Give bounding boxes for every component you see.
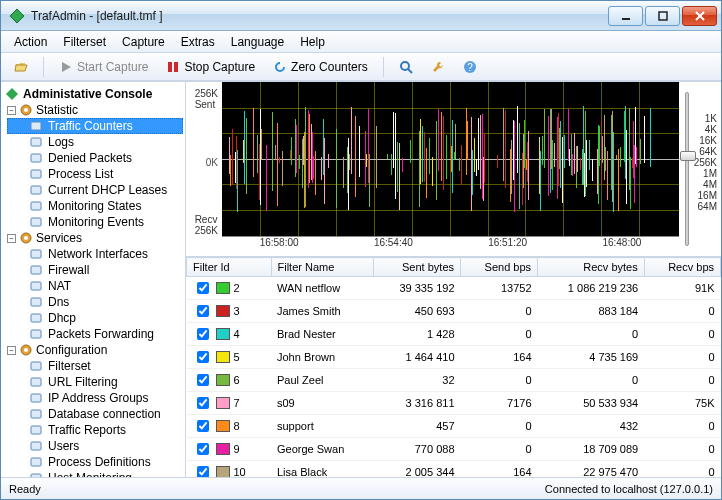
row-checkbox[interactable] xyxy=(197,305,209,317)
tree-group-services[interactable]: − Services xyxy=(7,230,183,246)
slider-thumb[interactable] xyxy=(680,151,696,161)
col-header[interactable]: Recv bytes xyxy=(538,258,645,277)
menu-help[interactable]: Help xyxy=(293,33,332,51)
tree-item-host-monitoring[interactable]: Host Monitoring xyxy=(7,470,183,477)
menu-extras[interactable]: Extras xyxy=(174,33,222,51)
gear-icon xyxy=(19,231,33,245)
tree-item-filterset[interactable]: Filterset xyxy=(7,358,183,374)
tree-item-url-filtering[interactable]: URL Filtering xyxy=(7,374,183,390)
item-icon xyxy=(29,167,43,181)
help-button[interactable]: ? xyxy=(456,57,484,77)
menu-action[interactable]: Action xyxy=(7,33,54,51)
table-row[interactable]: 4 Brad Nester 1 428 0 0 0 xyxy=(187,323,721,346)
svg-rect-24 xyxy=(31,250,41,258)
start-capture-label: Start Capture xyxy=(77,60,148,74)
table-row[interactable]: 9 George Swan 770 088 0 18 709 089 0 xyxy=(187,438,721,461)
row-checkbox[interactable] xyxy=(197,397,209,409)
col-header[interactable]: Recv bps xyxy=(644,258,720,277)
table-row[interactable]: 5 John Brown 1 464 410 164 4 735 169 0 xyxy=(187,346,721,369)
start-capture-button[interactable]: Start Capture xyxy=(52,57,155,77)
tree-item-process-definitions[interactable]: Process Definitions xyxy=(7,454,183,470)
svg-rect-20 xyxy=(31,202,41,210)
tree-group-statistic[interactable]: − Statistic xyxy=(7,102,183,118)
toolbar-separator xyxy=(383,57,384,77)
maximize-button[interactable] xyxy=(645,6,680,26)
color-swatch xyxy=(216,305,230,317)
traffic-chart: 256KSent 0K Recv256K 16:58:00 16:54:40 1… xyxy=(186,82,721,257)
menu-filterset[interactable]: Filterset xyxy=(56,33,113,51)
row-checkbox[interactable] xyxy=(197,351,209,363)
tree-group-configuration[interactable]: − Configuration xyxy=(7,342,183,358)
row-checkbox[interactable] xyxy=(197,328,209,340)
collapse-icon[interactable]: − xyxy=(7,234,16,243)
table-row[interactable]: 2 WAN netflow 39 335 192 13752 1 086 219… xyxy=(187,277,721,300)
svg-marker-5 xyxy=(62,62,71,72)
wrench-icon xyxy=(431,60,445,74)
tree-item-packets-forwarding[interactable]: Packets Forwarding xyxy=(7,326,183,342)
search-button[interactable] xyxy=(392,57,420,77)
svg-line-9 xyxy=(408,69,412,73)
svg-point-23 xyxy=(24,236,28,240)
pause-icon xyxy=(166,60,180,74)
menu-language[interactable]: Language xyxy=(224,33,291,51)
collapse-icon[interactable]: − xyxy=(7,346,16,355)
tree-root[interactable]: Administative Console xyxy=(3,86,183,102)
stop-capture-button[interactable]: Stop Capture xyxy=(159,57,262,77)
svg-rect-6 xyxy=(168,62,172,72)
tree-item-users[interactable]: Users xyxy=(7,438,183,454)
col-header[interactable]: Send bps xyxy=(461,258,538,277)
tree-item-dns[interactable]: Dns xyxy=(7,294,183,310)
tree-item-ip-address-groups[interactable]: IP Address Groups xyxy=(7,390,183,406)
svg-rect-37 xyxy=(31,442,41,450)
row-checkbox[interactable] xyxy=(197,443,209,455)
content-pane: 256KSent 0K Recv256K 16:58:00 16:54:40 1… xyxy=(186,82,721,477)
tree-root-label: Administative Console xyxy=(23,87,152,101)
tree-item-database-connection[interactable]: Database connection xyxy=(7,406,183,422)
tree-item-process-list[interactable]: Process List xyxy=(7,166,183,182)
gear-icon xyxy=(19,103,33,117)
counters-table: Filter IdFilter NameSent bytesSend bpsRe… xyxy=(186,257,721,477)
tree-item-monitoring-states[interactable]: Monitoring States xyxy=(7,198,183,214)
col-header[interactable]: Filter Id xyxy=(187,258,272,277)
col-header[interactable]: Filter Name xyxy=(271,258,374,277)
tree-item-logs[interactable]: Logs xyxy=(7,134,183,150)
chart-x-axis: 16:58:00 16:54:40 16:51:20 16:48:00 xyxy=(222,236,679,256)
zero-counters-button[interactable]: Zero Counters xyxy=(266,57,375,77)
item-icon xyxy=(29,279,43,293)
chart-scale-slider[interactable] xyxy=(679,82,695,256)
open-button[interactable] xyxy=(7,57,35,77)
color-swatch xyxy=(216,397,230,409)
tree-item-denied-packets[interactable]: Denied Packets xyxy=(7,150,183,166)
row-checkbox[interactable] xyxy=(197,466,209,477)
table-row[interactable]: 7 s09 3 316 811 7176 50 533 934 75K xyxy=(187,392,721,415)
table-row[interactable]: 10 Lisa Black 2 005 344 164 22 975 470 0 xyxy=(187,461,721,478)
menu-capture[interactable]: Capture xyxy=(115,33,172,51)
tree-item-traffic-reports[interactable]: Traffic Reports xyxy=(7,422,183,438)
chart-canvas[interactable] xyxy=(222,82,679,236)
color-swatch xyxy=(216,374,230,386)
table-row[interactable]: 6 Paul Zeel 32 0 0 0 xyxy=(187,369,721,392)
tree-item-nat[interactable]: NAT xyxy=(7,278,183,294)
tree-item-network-interfaces[interactable]: Network Interfaces xyxy=(7,246,183,262)
table-row[interactable]: 3 James Smith 450 693 0 883 184 0 xyxy=(187,300,721,323)
folder-open-icon xyxy=(14,60,28,74)
row-checkbox[interactable] xyxy=(197,374,209,386)
row-checkbox[interactable] xyxy=(197,420,209,432)
tree-item-traffic-counters[interactable]: Traffic Counters xyxy=(7,118,183,134)
tree-item-monitoring-events[interactable]: Monitoring Events xyxy=(7,214,183,230)
table-row[interactable]: 8 support 457 0 432 0 xyxy=(187,415,721,438)
item-icon xyxy=(29,407,43,421)
item-icon xyxy=(29,455,43,469)
tree-item-current-dhcp-leases[interactable]: Current DHCP Leases xyxy=(7,182,183,198)
window-title: TrafAdmin - [default.tmf ] xyxy=(31,9,608,23)
collapse-icon[interactable]: − xyxy=(7,106,16,115)
close-button[interactable] xyxy=(682,6,717,26)
counters-table-wrap[interactable]: Filter IdFilter NameSent bytesSend bpsRe… xyxy=(186,257,721,477)
tree-item-firewall[interactable]: Firewall xyxy=(7,262,183,278)
nav-tree[interactable]: Administative Console − StatisticTraffic… xyxy=(1,82,186,477)
row-checkbox[interactable] xyxy=(197,282,209,294)
settings-button[interactable] xyxy=(424,57,452,77)
minimize-button[interactable] xyxy=(608,6,643,26)
col-header[interactable]: Sent bytes xyxy=(374,258,461,277)
tree-item-dhcp[interactable]: Dhcp xyxy=(7,310,183,326)
